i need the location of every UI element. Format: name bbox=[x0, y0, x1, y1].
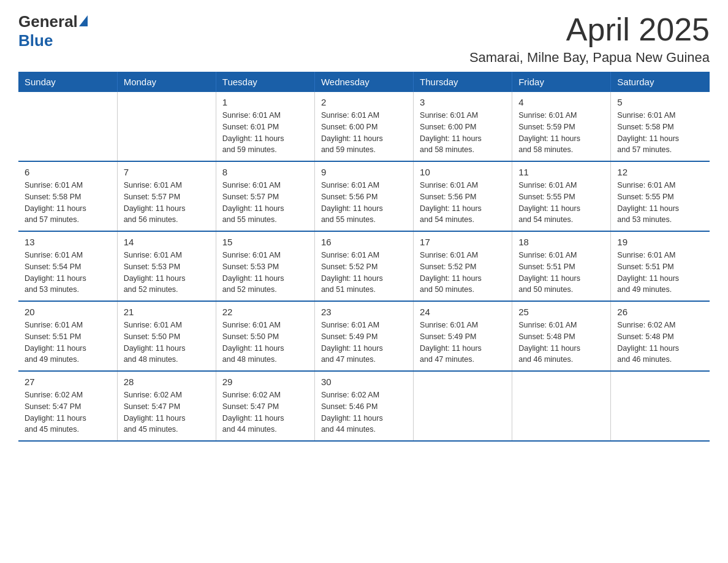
calendar-header: SundayMondayTuesdayWednesdayThursdayFrid… bbox=[18, 72, 710, 92]
day-info: Sunrise: 6:01 AM Sunset: 5:55 PM Dayligh… bbox=[518, 180, 604, 226]
day-info: Sunrise: 6:01 AM Sunset: 5:59 PM Dayligh… bbox=[518, 110, 604, 156]
calendar-cell: 3Sunrise: 6:01 AM Sunset: 6:00 PM Daylig… bbox=[414, 92, 512, 161]
day-info: Sunrise: 6:01 AM Sunset: 5:53 PM Dayligh… bbox=[124, 250, 210, 296]
calendar-cell bbox=[117, 92, 216, 161]
day-number: 30 bbox=[321, 377, 407, 387]
calendar-cell: 5Sunrise: 6:01 AM Sunset: 5:58 PM Daylig… bbox=[611, 92, 710, 161]
calendar-cell: 1Sunrise: 6:01 AM Sunset: 6:01 PM Daylig… bbox=[216, 92, 314, 161]
day-number: 23 bbox=[321, 307, 407, 317]
calendar-cell: 21Sunrise: 6:01 AM Sunset: 5:50 PM Dayli… bbox=[117, 301, 216, 371]
day-number: 5 bbox=[617, 97, 703, 107]
day-number: 20 bbox=[25, 307, 111, 317]
calendar-header-thursday: Thursday bbox=[414, 72, 512, 92]
calendar-header-tuesday: Tuesday bbox=[216, 72, 314, 92]
day-info: Sunrise: 6:01 AM Sunset: 5:49 PM Dayligh… bbox=[420, 320, 506, 366]
day-number: 4 bbox=[518, 97, 604, 107]
day-info: Sunrise: 6:01 AM Sunset: 5:51 PM Dayligh… bbox=[518, 250, 604, 296]
calendar-cell: 26Sunrise: 6:02 AM Sunset: 5:48 PM Dayli… bbox=[611, 301, 710, 371]
calendar-cell: 6Sunrise: 6:01 AM Sunset: 5:58 PM Daylig… bbox=[18, 161, 117, 231]
day-info: Sunrise: 6:02 AM Sunset: 5:46 PM Dayligh… bbox=[321, 389, 407, 435]
day-info: Sunrise: 6:01 AM Sunset: 6:00 PM Dayligh… bbox=[321, 110, 407, 156]
day-number: 21 bbox=[124, 307, 210, 317]
calendar-cell: 27Sunrise: 6:02 AM Sunset: 5:47 PM Dayli… bbox=[18, 371, 117, 441]
logo-blue-text: Blue bbox=[18, 31, 53, 50]
calendar-cell: 20Sunrise: 6:01 AM Sunset: 5:51 PM Dayli… bbox=[18, 301, 117, 371]
day-number: 29 bbox=[222, 377, 308, 387]
day-info: Sunrise: 6:01 AM Sunset: 5:50 PM Dayligh… bbox=[222, 320, 308, 366]
day-number: 13 bbox=[25, 237, 111, 247]
day-number: 12 bbox=[617, 167, 703, 177]
day-number: 11 bbox=[518, 167, 604, 177]
day-number: 1 bbox=[222, 97, 308, 107]
calendar-header-wednesday: Wednesday bbox=[314, 72, 413, 92]
day-number: 9 bbox=[321, 167, 407, 177]
logo: General Blue bbox=[18, 12, 88, 50]
calendar-cell: 30Sunrise: 6:02 AM Sunset: 5:46 PM Dayli… bbox=[314, 371, 413, 441]
day-number: 2 bbox=[321, 97, 407, 107]
day-number: 24 bbox=[420, 307, 506, 317]
logo-triangle-icon bbox=[79, 15, 88, 26]
calendar-header-monday: Monday bbox=[117, 72, 216, 92]
day-info: Sunrise: 6:02 AM Sunset: 5:48 PM Dayligh… bbox=[617, 320, 703, 366]
day-number: 15 bbox=[222, 237, 308, 247]
calendar-cell: 17Sunrise: 6:01 AM Sunset: 5:52 PM Dayli… bbox=[414, 231, 512, 301]
calendar-cell: 19Sunrise: 6:01 AM Sunset: 5:51 PM Dayli… bbox=[611, 231, 710, 301]
day-number: 3 bbox=[420, 97, 506, 107]
calendar-week-row: 1Sunrise: 6:01 AM Sunset: 6:01 PM Daylig… bbox=[18, 92, 710, 161]
day-number: 14 bbox=[124, 237, 210, 247]
calendar-cell: 15Sunrise: 6:01 AM Sunset: 5:53 PM Dayli… bbox=[216, 231, 314, 301]
day-number: 18 bbox=[518, 237, 604, 247]
day-info: Sunrise: 6:01 AM Sunset: 5:53 PM Dayligh… bbox=[222, 250, 308, 296]
calendar-cell: 16Sunrise: 6:01 AM Sunset: 5:52 PM Dayli… bbox=[314, 231, 413, 301]
calendar-week-row: 27Sunrise: 6:02 AM Sunset: 5:47 PM Dayli… bbox=[18, 371, 710, 441]
calendar-week-row: 20Sunrise: 6:01 AM Sunset: 5:51 PM Dayli… bbox=[18, 301, 710, 371]
title-area: April 2025 Samarai, Milne Bay, Papua New… bbox=[469, 12, 710, 66]
day-info: Sunrise: 6:01 AM Sunset: 5:57 PM Dayligh… bbox=[124, 180, 210, 226]
day-info: Sunrise: 6:01 AM Sunset: 5:52 PM Dayligh… bbox=[420, 250, 506, 296]
day-info: Sunrise: 6:01 AM Sunset: 5:51 PM Dayligh… bbox=[617, 250, 703, 296]
calendar-cell: 25Sunrise: 6:01 AM Sunset: 5:48 PM Dayli… bbox=[512, 301, 611, 371]
day-info: Sunrise: 6:01 AM Sunset: 5:58 PM Dayligh… bbox=[25, 180, 111, 226]
day-info: Sunrise: 6:01 AM Sunset: 5:54 PM Dayligh… bbox=[25, 250, 111, 296]
calendar-cell: 13Sunrise: 6:01 AM Sunset: 5:54 PM Dayli… bbox=[18, 231, 117, 301]
day-number: 22 bbox=[222, 307, 308, 317]
day-number: 28 bbox=[124, 377, 210, 387]
calendar-cell: 11Sunrise: 6:01 AM Sunset: 5:55 PM Dayli… bbox=[512, 161, 611, 231]
calendar-cell: 18Sunrise: 6:01 AM Sunset: 5:51 PM Dayli… bbox=[512, 231, 611, 301]
day-number: 26 bbox=[617, 307, 703, 317]
day-info: Sunrise: 6:01 AM Sunset: 5:55 PM Dayligh… bbox=[617, 180, 703, 226]
calendar-cell: 22Sunrise: 6:01 AM Sunset: 5:50 PM Dayli… bbox=[216, 301, 314, 371]
day-info: Sunrise: 6:01 AM Sunset: 5:48 PM Dayligh… bbox=[518, 320, 604, 366]
calendar-cell bbox=[414, 371, 512, 441]
calendar-cell: 2Sunrise: 6:01 AM Sunset: 6:00 PM Daylig… bbox=[314, 92, 413, 161]
calendar-cell: 8Sunrise: 6:01 AM Sunset: 5:57 PM Daylig… bbox=[216, 161, 314, 231]
day-info: Sunrise: 6:02 AM Sunset: 5:47 PM Dayligh… bbox=[25, 389, 111, 435]
day-info: Sunrise: 6:01 AM Sunset: 5:58 PM Dayligh… bbox=[617, 110, 703, 156]
page-subtitle: Samarai, Milne Bay, Papua New Guinea bbox=[469, 50, 710, 66]
day-info: Sunrise: 6:01 AM Sunset: 5:57 PM Dayligh… bbox=[222, 180, 308, 226]
calendar-cell bbox=[18, 92, 117, 161]
day-info: Sunrise: 6:02 AM Sunset: 5:47 PM Dayligh… bbox=[124, 389, 210, 435]
calendar-cell: 9Sunrise: 6:01 AM Sunset: 5:56 PM Daylig… bbox=[314, 161, 413, 231]
day-number: 10 bbox=[420, 167, 506, 177]
logo-general-text: General bbox=[18, 12, 78, 31]
calendar-cell: 10Sunrise: 6:01 AM Sunset: 5:56 PM Dayli… bbox=[414, 161, 512, 231]
calendar-week-row: 6Sunrise: 6:01 AM Sunset: 5:58 PM Daylig… bbox=[18, 161, 710, 231]
day-info: Sunrise: 6:01 AM Sunset: 5:52 PM Dayligh… bbox=[321, 250, 407, 296]
day-info: Sunrise: 6:01 AM Sunset: 6:01 PM Dayligh… bbox=[222, 110, 308, 156]
calendar-cell: 23Sunrise: 6:01 AM Sunset: 5:49 PM Dayli… bbox=[314, 301, 413, 371]
calendar-cell: 29Sunrise: 6:02 AM Sunset: 5:47 PM Dayli… bbox=[216, 371, 314, 441]
calendar-cell: 28Sunrise: 6:02 AM Sunset: 5:47 PM Dayli… bbox=[117, 371, 216, 441]
calendar-cell: 24Sunrise: 6:01 AM Sunset: 5:49 PM Dayli… bbox=[414, 301, 512, 371]
calendar-cell: 14Sunrise: 6:01 AM Sunset: 5:53 PM Dayli… bbox=[117, 231, 216, 301]
calendar-body: 1Sunrise: 6:01 AM Sunset: 6:01 PM Daylig… bbox=[18, 92, 710, 441]
calendar-cell: 12Sunrise: 6:01 AM Sunset: 5:55 PM Dayli… bbox=[611, 161, 710, 231]
day-info: Sunrise: 6:01 AM Sunset: 5:51 PM Dayligh… bbox=[25, 320, 111, 366]
day-number: 19 bbox=[617, 237, 703, 247]
day-info: Sunrise: 6:01 AM Sunset: 5:50 PM Dayligh… bbox=[124, 320, 210, 366]
calendar-cell bbox=[512, 371, 611, 441]
day-info: Sunrise: 6:01 AM Sunset: 5:56 PM Dayligh… bbox=[420, 180, 506, 226]
calendar-header-row: SundayMondayTuesdayWednesdayThursdayFrid… bbox=[18, 72, 710, 92]
day-number: 16 bbox=[321, 237, 407, 247]
calendar-table: SundayMondayTuesdayWednesdayThursdayFrid… bbox=[18, 72, 710, 442]
